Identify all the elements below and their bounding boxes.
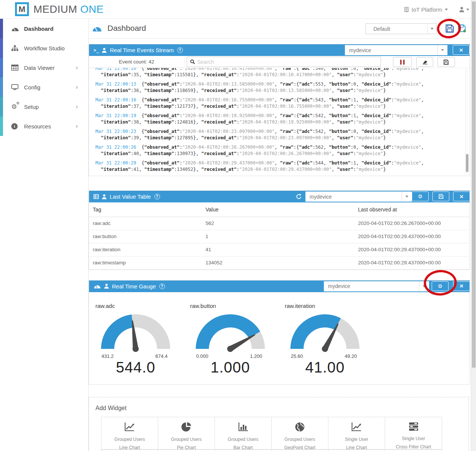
widget-settings-button[interactable]: ⚙ <box>412 192 429 201</box>
events-toolbar: Event count: 42 <box>89 56 470 68</box>
widget-type-cell[interactable] <box>101 449 158 451</box>
table-cell: 2020-04-01T02:00:29.437000+00:00 <box>358 256 470 269</box>
sidebar-item-resources[interactable]: i Resources › <box>0 116 88 136</box>
search-input[interactable] <box>197 59 363 65</box>
config-icon <box>11 84 24 90</box>
page-scrollbar[interactable] <box>471 0 476 451</box>
sidebar-item-config[interactable]: Config › <box>0 77 88 97</box>
scrollbar-thumb[interactable] <box>466 154 468 172</box>
gauge-widget-header: Real Time Gauge ? mydevice ⚙ × <box>89 281 470 292</box>
dashboard-select[interactable]: Default <box>366 23 437 34</box>
sidebar-item-dashboard[interactable]: Dashboard <box>0 19 88 38</box>
device-select[interactable]: mydevice <box>305 192 412 202</box>
dashboard-icon <box>11 26 24 31</box>
gauge-value: 41.00 <box>285 359 365 376</box>
widget-type-grid-row2 <box>101 449 442 451</box>
gauge-icon <box>94 284 101 288</box>
widget-save-button[interactable] <box>432 192 449 201</box>
chevron-right-icon: › <box>76 64 78 71</box>
widget-type-cell[interactable] <box>328 449 385 451</box>
widget-settings-button[interactable]: ⚙ <box>432 281 449 291</box>
events-scrollbar[interactable] <box>465 69 468 175</box>
refresh-icon[interactable] <box>296 194 302 201</box>
gauge-chart <box>195 314 266 353</box>
chevron-right-icon: › <box>76 84 78 91</box>
help-icon[interactable]: ? <box>154 194 160 199</box>
chevron-right-icon: › <box>76 103 78 110</box>
gear-icon: ⚙ <box>418 194 423 199</box>
table-cell: raw:timestamp <box>89 256 206 269</box>
event-log-entry: Mar 31 22:00:29 {"observed_at":"2020-04-… <box>95 160 459 173</box>
widget-type-cell[interactable]: Single UserCross Filter Chart <box>385 417 442 449</box>
gauge-value: 544.0 <box>95 359 176 376</box>
close-icon: × <box>460 193 464 200</box>
clear-stream-button[interactable] <box>416 57 433 67</box>
platform-menu[interactable]: IoT Platform <box>404 0 448 19</box>
table-row: raw:adc5622020-04-01T02:00:26.267000+00:… <box>89 217 470 230</box>
device-select[interactable]: mydevice <box>345 45 447 55</box>
chevron-down-icon <box>445 9 448 11</box>
save-icon <box>445 24 454 33</box>
topbar: M MEDIUM ONE IoT Platform <box>0 0 476 19</box>
widget-title: Real Time Events Stream <box>110 47 174 53</box>
search-box[interactable] <box>187 57 381 67</box>
page-title: Dashboard <box>107 24 146 33</box>
close-widget-button[interactable]: × <box>453 45 470 55</box>
save-icon <box>438 194 444 199</box>
save-dashboard-button[interactable] <box>444 23 455 34</box>
save-stream-button[interactable] <box>437 57 455 67</box>
bar-chart-icon <box>237 427 249 433</box>
table-cell: 134052 <box>206 256 358 269</box>
platform-label: IoT Platform <box>412 6 442 13</box>
add-widget-panel: Add Widget Grouped UsersLine ChartGroupe… <box>89 397 469 451</box>
close-widget-button[interactable]: × <box>453 192 470 201</box>
widget-type-cell[interactable]: Grouped UsersPie Chart <box>158 417 215 449</box>
table-cell: 1 <box>206 230 358 243</box>
cross-filter-icon <box>408 426 419 433</box>
save-as-new-dashboard-button[interactable] <box>457 23 467 34</box>
widget-type-cell[interactable] <box>385 449 442 451</box>
close-icon: × <box>459 47 463 53</box>
sidebar-item-label: Setup <box>24 104 39 110</box>
widget-type-cell[interactable]: Grouped UsersLine Chart <box>101 417 158 449</box>
sidebar-item-label: Workflow Studio <box>24 45 65 51</box>
sidebar-item-label: Data Viewer <box>24 65 54 71</box>
brand-logo[interactable]: M MEDIUM ONE <box>15 2 104 16</box>
widget-type-grid: Grouped UsersLine ChartGrouped UsersPie … <box>101 417 442 449</box>
widget-type-cell[interactable] <box>158 449 215 451</box>
table-cell: raw:button <box>89 230 206 243</box>
widget-type-line1: Grouped Users <box>158 437 215 442</box>
save-plus-icon <box>458 24 467 33</box>
person-icon <box>102 194 107 199</box>
person-icon <box>104 284 109 289</box>
device-select[interactable]: mydevice <box>324 281 429 291</box>
close-widget-button[interactable]: × <box>453 281 470 291</box>
user-menu[interactable] <box>459 0 469 19</box>
sidebar-item-setup[interactable]: ⚙⚙ Setup › <box>0 97 88 116</box>
table-cell: 562 <box>206 217 358 230</box>
table-header-row: Tag Value Last observed at <box>89 202 470 217</box>
sidebar-item-workflow-studio[interactable]: Workflow Studio <box>0 38 88 58</box>
pause-stream-button[interactable] <box>393 57 412 67</box>
widget-type-line1: Single User <box>385 436 442 441</box>
table-cell: raw:adc <box>89 217 206 230</box>
widget-type-cell[interactable]: Grouped UsersGeoPoint Chart <box>272 417 328 449</box>
brand-m-icon: M <box>15 2 29 16</box>
event-log-entry: Mar 31 22:00:23 {"observed_at":"2020-04-… <box>95 128 459 141</box>
table-cell: 2020-04-01T02:00:29.437000+00:00 <box>358 230 470 243</box>
add-widget-title: Add Widget <box>95 405 468 412</box>
widget-type-cell[interactable]: Single UserLine Chart <box>328 417 385 449</box>
widget-type-line1: Grouped Users <box>215 437 271 442</box>
widget-type-cell[interactable] <box>272 449 328 451</box>
scrollbar-thumb[interactable] <box>472 2 476 368</box>
chevron-down-icon <box>419 282 429 291</box>
close-icon: × <box>460 283 464 289</box>
widget-type-cell[interactable]: Grouped UsersBar Chart <box>215 417 272 449</box>
event-log-entry: Mar 31 22:00:26 {"observed_at":"2020-04-… <box>95 144 459 157</box>
sidebar-item-data-viewer[interactable]: Data Viewer › <box>0 58 88 77</box>
widget-type-cell[interactable] <box>215 449 272 451</box>
lvt-widget-header: Last Value Table ? mydevice ⚙ × <box>89 191 470 202</box>
help-icon[interactable]: ? <box>159 284 165 289</box>
chevron-right-icon: › <box>76 123 78 130</box>
help-icon[interactable]: ? <box>177 47 183 53</box>
